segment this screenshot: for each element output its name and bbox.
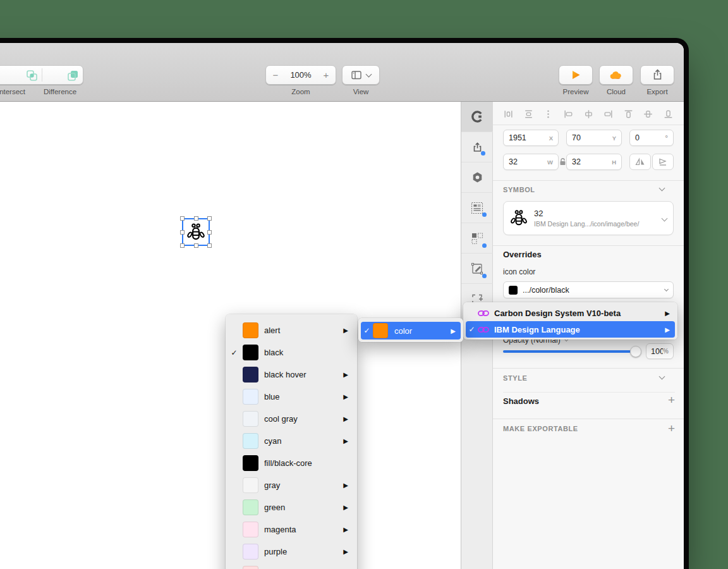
- difference-label: Difference: [30, 88, 90, 95]
- style-collapse-chevron[interactable]: [659, 374, 665, 380]
- overrides-title: Overrides: [503, 250, 542, 259]
- color-menu-item-fill-black-core[interactable]: fill/black-core: [226, 452, 357, 474]
- color-swatch: [243, 477, 258, 493]
- color-menu-item-cyan[interactable]: cyan▶: [226, 430, 357, 452]
- shadows-label: Shadows: [503, 396, 539, 406]
- align-right-icon[interactable]: [603, 109, 614, 119]
- hexagon-plugin-button[interactable]: [461, 162, 493, 192]
- resize-handle[interactable]: [207, 230, 212, 235]
- color-menu-item-item[interactable]: [226, 563, 357, 569]
- export-button[interactable]: [640, 65, 674, 85]
- menu-item-label: cool gray: [258, 414, 339, 424]
- flip-horizontal-button[interactable]: [629, 154, 651, 170]
- color-menu-item-magenta[interactable]: magenta▶: [226, 518, 357, 541]
- resize-handle[interactable]: [180, 243, 185, 248]
- distribute-vertically-icon[interactable]: [523, 109, 534, 119]
- flip-vertical-button[interactable]: [652, 154, 674, 170]
- align-top-icon[interactable]: [623, 109, 634, 119]
- zoom-out-button[interactable]: −: [266, 70, 285, 80]
- color-menu-item-green[interactable]: green▶: [226, 496, 357, 518]
- library-link-icon: [478, 309, 489, 317]
- align-middle-vertical-icon[interactable]: [643, 109, 653, 119]
- cloud-icon: [609, 70, 624, 81]
- menu-item-label: IBM Design Language: [494, 325, 661, 334]
- submenu-arrow-icon: ▶: [339, 482, 357, 489]
- zoom-level: 100%: [285, 70, 317, 80]
- cloud-button[interactable]: [599, 65, 633, 85]
- y-position-field[interactable]: [572, 133, 612, 142]
- resize-handle[interactable]: [207, 216, 212, 221]
- menu-item-color[interactable]: ✓color▶: [361, 322, 461, 340]
- menu-item-label: magenta: [258, 525, 339, 534]
- resize-handle[interactable]: [194, 243, 198, 248]
- add-shadow-button[interactable]: +: [668, 393, 675, 407]
- width-field[interactable]: [509, 157, 547, 166]
- upload-icon: [472, 142, 483, 153]
- resize-handle[interactable]: [180, 216, 185, 221]
- color-menu-item-gray[interactable]: gray▶: [226, 474, 357, 496]
- align-bottom-icon[interactable]: [663, 109, 674, 119]
- notification-dot: [481, 151, 485, 156]
- icon-color-dropdown[interactable]: .../color/black: [503, 281, 674, 298]
- menu-item-label: color: [394, 326, 447, 336]
- icon-color-label: icon color: [503, 267, 535, 276]
- width-field-wrap: W: [503, 154, 559, 170]
- intersect-icon[interactable]: [26, 70, 38, 82]
- export-label: Export: [627, 88, 684, 95]
- opacity-slider[interactable]: [503, 350, 636, 353]
- x-unit: X: [549, 135, 553, 142]
- upload-plugin-button[interactable]: [461, 132, 493, 162]
- submenu-arrow-icon: ▶: [661, 310, 675, 317]
- zoom-in-button[interactable]: +: [317, 70, 336, 80]
- rotation-field-wrap: °: [629, 130, 674, 146]
- opacity-slider-thumb[interactable]: [630, 346, 641, 357]
- share-icon: [652, 69, 663, 81]
- chevron-down-icon: [662, 215, 668, 221]
- edit-plugin-button[interactable]: [461, 254, 493, 283]
- libraries-menu: Carbon Design System V10-beta▶✓IBM Desig…: [463, 302, 677, 340]
- color-menu-item-black[interactable]: ✓black: [226, 341, 357, 364]
- symbol-picker[interactable]: 32 IBM Design Lang.../icon/image/bee/: [503, 201, 674, 235]
- layout-plugin-button[interactable]: [461, 193, 493, 223]
- menu-item-label: black: [258, 348, 339, 357]
- rotation-field[interactable]: [635, 133, 665, 142]
- menu-item-carbon-design-system-v10-beta[interactable]: Carbon Design System V10-beta▶: [466, 305, 675, 321]
- color-menu-item-alert[interactable]: alert▶: [226, 319, 357, 341]
- height-field[interactable]: [572, 157, 612, 166]
- override-color-value: .../color/black: [523, 286, 665, 295]
- align-left-icon[interactable]: [563, 109, 574, 119]
- preview-button[interactable]: [559, 65, 593, 85]
- chevron-down-icon: [664, 286, 669, 291]
- distribute-spacing-icon[interactable]: [543, 109, 554, 119]
- color-menu-item-cool-gray[interactable]: cool gray▶: [226, 408, 357, 430]
- resize-handle[interactable]: [207, 243, 212, 248]
- distribute-horizontally-icon[interactable]: [503, 109, 514, 119]
- menu-item-label: Carbon Design System V10-beta: [494, 309, 661, 318]
- resize-handle[interactable]: [180, 230, 185, 235]
- menu-item-label: alert: [258, 326, 339, 335]
- menu-item-ibm-design-language[interactable]: ✓IBM Design Language▶: [466, 321, 675, 338]
- view-button[interactable]: [342, 65, 380, 85]
- color-swatch: [243, 522, 258, 537]
- toolbar: Intersect Difference − 100% + Zoom View: [0, 43, 684, 102]
- submenu-arrow-icon: ▶: [339, 526, 357, 533]
- opacity-field-wrap: %: [646, 343, 674, 359]
- x-position-field[interactable]: [509, 133, 549, 142]
- color-menu-item-black-hover[interactable]: black hover▶: [226, 364, 357, 386]
- color-menu-item-blue[interactable]: blue▶: [226, 386, 357, 408]
- lock-aspect-icon[interactable]: [559, 157, 566, 166]
- symbols-plugin-button[interactable]: [461, 223, 493, 253]
- difference-icon[interactable]: [67, 70, 79, 82]
- opacity-field[interactable]: [651, 347, 663, 356]
- zoom-label: Zoom: [270, 88, 331, 95]
- menu-item-label: blue: [258, 392, 339, 401]
- color-swatch: [243, 544, 258, 560]
- symbol-collapse-chevron[interactable]: [659, 185, 665, 192]
- color-menu-item-purple[interactable]: purple▶: [226, 541, 357, 563]
- align-center-horizontal-icon[interactable]: [583, 109, 594, 119]
- alignment-toolbar: [503, 106, 674, 121]
- resize-handle[interactable]: [194, 216, 198, 221]
- make-exportable-button[interactable]: +: [668, 422, 675, 436]
- selection-box[interactable]: [182, 218, 210, 246]
- carbon-plugin-button[interactable]: [461, 102, 493, 132]
